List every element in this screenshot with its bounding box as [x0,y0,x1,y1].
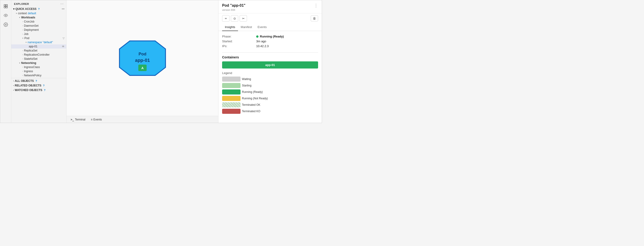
svg-point-5 [5,24,6,25]
panel-title: Pod "app-01" [222,3,245,7]
chevron-down-icon-context: ▾ [16,12,17,14]
legend-swatch-waiting [222,77,240,82]
legend-label-terminated-ko: Terminated KO [242,110,318,113]
legend-swatch-running-not-ready [222,96,240,101]
chevron-down-icon-pod: ▾ [22,37,24,39]
panel-more-icon[interactable]: ⋮ [314,3,318,8]
sidebar: EXPLORER ⋯ ▾ QUICK ACCESS ? ⋯ ▾ context … [11,0,66,123]
sidebar-item-replicationcontroller[interactable]: › ReplicationController [11,53,66,57]
bottom-bar: >_ Terminal ≡ Events [66,116,218,123]
sidebar-workloads[interactable]: ▾ Workloads [11,15,66,19]
activity-bar [0,0,11,123]
legend-label-terminated-ok: Terminated OK [242,103,318,106]
sidebar-header: EXPLORER ⋯ [11,0,66,7]
sidebar-item-ingressclass[interactable]: › IngressClass [11,65,66,69]
sidebar-item-deployment[interactable]: › Deployment [11,28,66,32]
view-button[interactable]: ⊙ [231,15,238,22]
sidebar-more-icon[interactable]: ⋯ [60,2,64,6]
svg-text:app-01: app-01 [135,58,150,63]
sidebar-item-ingress[interactable]: › Ingress [11,69,66,73]
phase-value: Running (Ready) [256,35,318,38]
help-icon-watched: ? [44,89,46,91]
sidebar-context-item[interactable]: ▾ context default [11,11,66,15]
canvas-area[interactable]: Pod app-01 A [66,0,218,116]
containers-section-title: Containers [222,55,318,59]
sidebar-item-job[interactable]: › Job [11,32,66,36]
help-icon-related: ? [43,84,45,87]
sidebar-item-pod[interactable]: ▾ Pod ▽ [11,36,66,40]
sidebar-item-daemonset[interactable]: › DaemonSet [11,24,66,28]
sidebar-section-watched-objects[interactable]: › WATCHED OBJECTS ? [11,88,66,92]
insights-info-grid: Phase: Running (Ready) Started: 3m ago I… [222,35,318,48]
eye-activity-icon[interactable] [2,11,10,19]
chevron-right-icon: › [22,29,23,31]
tab-manifest[interactable]: Manifest [238,23,255,31]
terminal-tab[interactable]: >_ Terminal [68,117,88,122]
panel-content: Phase: Running (Ready) Started: 3m ago I… [218,31,322,123]
tab-insights[interactable]: Insights [222,23,238,31]
sidebar-item-statefulset[interactable]: › StatefulSet [11,57,66,61]
legend-swatch-running-ready [222,89,240,94]
sidebar-pod-app-01[interactable]: app-01 👁 [11,44,66,48]
delete-button[interactable]: 🗑 [311,15,318,21]
right-panel: Pod "app-01" ⋮ version 694 ⌨ ⊙ ✂ 🗑 [218,0,322,123]
chevron-right-icon: › [22,66,23,68]
sidebar-item-cronjob[interactable]: › CronJob [11,19,66,24]
quick-access-more-icon[interactable]: ⋯ [62,7,64,10]
legend-label-running-ready: Running (Ready) [242,90,318,94]
container-bar-app-01[interactable]: app-01 [222,61,318,68]
sidebar-item-networkpolicy[interactable]: › NetworkPolicy [11,73,66,77]
terminal-icon: >_ [71,118,74,121]
sidebar-namespace-default[interactable]: ▾ namespace "default" [11,40,66,44]
ips-value: 10.42.2.3 [256,44,318,48]
chevron-down-icon-workloads: ▾ [19,16,20,19]
sidebar-title: EXPLORER [14,2,29,5]
chevron-right-icon: › [13,89,14,91]
filter-icon[interactable]: ▽ [62,37,64,40]
sidebar-content: ▾ QUICK ACCESS ? ⋯ ▾ context default ▾ W… [11,7,66,123]
separator [222,52,318,53]
sidebar-section-all-objects[interactable]: › ALL OBJECTS ? [11,79,66,83]
events-icon: ≡ [91,118,92,121]
phase-label: Phase: [222,35,254,38]
help-icon-quick-access: ? [38,7,40,10]
legend-grid: Waiting Starting Running (Ready) Running… [222,77,318,114]
sidebar-item-replicaset[interactable]: › ReplicaSet [11,48,66,53]
tab-events[interactable]: Events [255,23,270,31]
pod-visualization[interactable]: Pod app-01 A [117,40,168,77]
legend-label-waiting: Waiting [242,77,318,81]
chevron-right-icon: › [22,24,23,27]
chevron-right-icon: › [22,49,23,52]
explorer-activity-icon[interactable] [2,2,10,10]
svg-text:Pod: Pod [138,52,146,56]
chevron-right-icon: › [13,84,14,87]
toolbar-buttons: ⌨ ⊙ ✂ [222,15,247,22]
chevron-right-icon: › [22,58,23,60]
legend-label-running-not-ready: Running (Not Ready) [242,97,318,100]
chevron-right-icon: › [22,70,23,72]
chevron-right-icon: › [22,33,23,35]
chevron-right-icon: › [22,53,23,56]
shell-button[interactable]: ⌨ [222,15,230,22]
help-icon-all: ? [36,80,37,82]
main-canvas: Pod app-01 A >_ Terminal ≡ Events [66,0,218,123]
eye-icon-pod[interactable]: 👁 [62,45,64,48]
sidebar-networking[interactable]: ▾ Networking [11,61,66,65]
svg-rect-3 [6,6,7,8]
chevron-right-icon: › [13,80,14,82]
panel-tabs: Insights Manifest Events [218,23,322,31]
sidebar-section-quick-access[interactable]: ▾ QUICK ACCESS ? ⋯ [11,7,66,11]
legend-swatch-terminated-ok [222,102,240,107]
events-tab[interactable]: ≡ Events [88,117,104,122]
chevron-down-icon-ns: ▾ [26,41,27,43]
chevron-down-icon: ▾ [13,7,14,10]
started-label: Started: [222,39,254,43]
sidebar-section-related-objects[interactable]: › RELATED OBJECTS ? [11,83,66,88]
trash-icon: 🗑 [313,16,316,20]
svg-rect-1 [6,4,7,6]
settings-activity-icon[interactable] [2,20,10,29]
legend-label-starting: Starting [242,84,318,87]
edit-button[interactable]: ✂ [240,15,247,22]
legend-swatch-starting [222,83,240,88]
panel-version: version 694 [222,8,318,11]
